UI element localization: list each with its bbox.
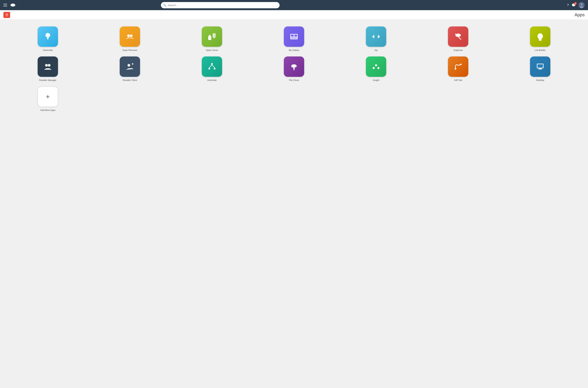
app-reseller-client[interactable]: Reseller Client <box>91 56 169 81</box>
app-reseller-manager[interactable]: Reseller Manager <box>8 56 87 81</box>
svg-point-19 <box>45 64 48 67</box>
svg-point-22 <box>211 63 213 65</box>
svg-point-34 <box>377 67 379 69</box>
svg-rect-30 <box>294 69 294 70</box>
svg-point-20 <box>48 64 50 67</box>
svg-line-26 <box>212 65 215 68</box>
app-suppress[interactable]: Suppress <box>419 26 497 51</box>
header: 🔍 ? 💬 0 <box>0 0 588 10</box>
app-label-filecloud: File Cloud <box>289 79 299 81</box>
svg-rect-10 <box>213 33 216 37</box>
logo <box>10 2 16 8</box>
app-icon-filecloud <box>284 56 304 77</box>
svg-rect-39 <box>539 68 541 69</box>
app-ab-test[interactable]: A/B Test <box>419 56 497 81</box>
svg-marker-35 <box>460 63 462 65</box>
search-input[interactable] <box>161 2 280 8</box>
svg-rect-9 <box>208 36 211 40</box>
svg-rect-18 <box>539 40 541 41</box>
app-label-api: Api <box>375 49 378 51</box>
app-add-more[interactable]: + Add More Apps <box>8 87 87 111</box>
app-icon-resellerclient <box>120 56 140 77</box>
svg-point-8 <box>130 34 133 37</box>
main-content: Subscribe Dupe Remover <box>0 20 588 388</box>
svg-rect-40 <box>538 69 542 70</box>
app-label-resellerclient: Reseller Client <box>123 79 137 81</box>
app-insight[interactable]: Insight <box>337 56 415 81</box>
app-icon-resellermgr <box>38 56 58 77</box>
app-label-insight: Insight <box>373 79 379 81</box>
search-bar: 🔍 <box>161 2 280 8</box>
app-api[interactable]: Api <box>337 26 415 51</box>
app-list-builder[interactable]: List Builder <box>501 26 580 51</box>
app-icon-suppress <box>448 26 468 47</box>
search-icon: 🔍 <box>163 3 166 7</box>
plus-icon: + <box>46 93 50 100</box>
app-icon-automate <box>202 56 222 77</box>
svg-rect-13 <box>294 35 297 37</box>
app-subscribe[interactable]: Subscribe <box>8 26 87 51</box>
app-icon-abtest <box>448 56 468 77</box>
app-label-listbuilder: List Builder <box>535 49 546 51</box>
svg-point-21 <box>127 64 130 67</box>
header-actions: ? 💬 0 <box>567 2 585 8</box>
svg-rect-14 <box>291 37 297 39</box>
app-label-automate: Automate <box>207 79 217 81</box>
app-label-subscribe: Subscribe <box>43 49 53 51</box>
apps-grid: Subscribe Dupe Remover <box>8 26 580 111</box>
app-automate[interactable]: Automate <box>173 56 251 81</box>
app-icon-api <box>366 26 386 47</box>
app-spam-score[interactable]: Spam Score <box>173 26 251 51</box>
app-label-spam: Spam Score <box>206 49 218 51</box>
app-label-gallery: My Gallery <box>289 49 299 51</box>
svg-point-1 <box>11 3 14 5</box>
app-icon-desktop <box>530 56 550 77</box>
svg-point-32 <box>375 64 377 66</box>
toolbar: Apps <box>0 10 588 20</box>
app-file-cloud[interactable]: File Cloud <box>255 56 333 81</box>
app-label-resellermgr: Reseller Manager <box>39 79 57 81</box>
svg-point-3 <box>581 3 583 5</box>
svg-rect-5 <box>47 39 48 39</box>
add-more-icon: + <box>38 87 58 107</box>
notification-icon[interactable]: 💬 0 <box>572 3 576 7</box>
svg-rect-12 <box>291 35 294 37</box>
svg-point-24 <box>214 68 215 70</box>
svg-line-25 <box>209 65 212 68</box>
svg-point-7 <box>127 34 130 37</box>
svg-point-6 <box>47 35 48 36</box>
avatar[interactable] <box>579 2 585 8</box>
app-label-suppress: Suppress <box>453 49 463 51</box>
notification-badge: 0 <box>574 2 577 5</box>
svg-marker-36 <box>454 68 456 70</box>
app-label-add-more: Add More Apps <box>40 109 55 111</box>
page-title: Apps <box>575 12 585 18</box>
app-icon-gallery <box>284 26 304 47</box>
app-label-abtest: A/B Test <box>454 79 462 81</box>
app-dupe-remover[interactable]: Dupe Remover <box>91 26 169 51</box>
app-desktop[interactable]: Desktop <box>501 56 580 81</box>
app-icon-listbuilder <box>530 26 550 47</box>
svg-point-28 <box>291 65 295 68</box>
app-icon-spam <box>202 26 222 47</box>
svg-point-33 <box>373 67 375 69</box>
app-label-desktop: Desktop <box>536 79 544 81</box>
app-icon-dupe <box>120 26 140 47</box>
svg-rect-38 <box>538 64 543 68</box>
app-label-dupe: Dupe Remover <box>122 49 137 51</box>
hamburger-menu[interactable] <box>3 4 7 6</box>
app-my-gallery[interactable]: My Gallery <box>255 26 333 51</box>
app-icon-subscribe <box>38 26 58 47</box>
app-icon-insight <box>366 56 386 77</box>
help-icon[interactable]: ? <box>567 3 569 7</box>
delete-button[interactable] <box>3 12 10 18</box>
